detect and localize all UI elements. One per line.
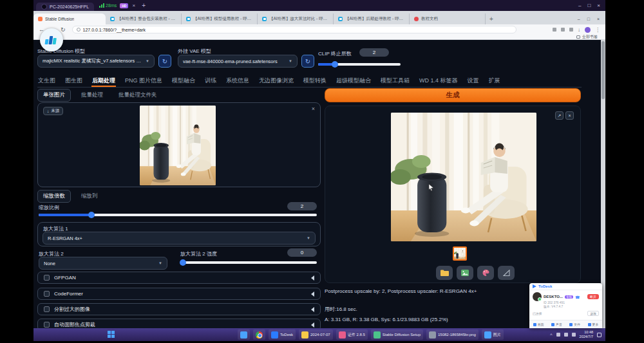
checkbox[interactable] <box>44 275 50 281</box>
chrome-maximize-icon[interactable]: □ <box>587 17 590 21</box>
source-chip[interactable]: ↓来源 <box>43 107 63 115</box>
todesk-tool-3[interactable]: 更多 <box>588 322 599 326</box>
upscaler2-dropdown[interactable]: None▼ <box>39 257 167 270</box>
notification-center-icon[interactable] <box>597 333 601 337</box>
tab-9[interactable]: 超级模型融合 <box>336 75 372 87</box>
vae-dropdown[interactable]: vae-ft-mse-840000-ema-pruned.safetensors… <box>178 55 298 68</box>
scale-tab-0[interactable]: 缩放倍数 <box>37 190 71 203</box>
clear-image-icon[interactable]: × <box>312 106 315 112</box>
tab-6[interactable]: 系统信息 <box>225 75 250 87</box>
chrome-minimize-icon[interactable]: – <box>578 17 580 21</box>
scrollbar-thumb[interactable] <box>601 41 605 99</box>
extension-icon[interactable] <box>553 28 556 32</box>
browser-tab-2[interactable]: 【AI绘画】模型使用教程 - 哔哩哔哩 <box>182 14 258 24</box>
clip-skip-slider[interactable] <box>318 63 401 66</box>
extension-icon[interactable] <box>569 28 573 32</box>
browser-tab-0[interactable]: Stable Diffusion <box>33 14 106 24</box>
tab-0[interactable]: 文生图 <box>37 75 56 87</box>
tab-13[interactable]: 扩展 <box>488 75 501 87</box>
tab-4[interactable]: 模型融合 <box>171 75 196 87</box>
tab-2[interactable]: 后期处理 <box>91 75 116 87</box>
tab-11[interactable]: WD 1.4 标签器 <box>419 75 459 87</box>
new-tab-icon[interactable]: + <box>489 15 493 23</box>
taskbar-clock[interactable]: 10:48 2024/7/7 <box>580 330 593 339</box>
close-session-icon[interactable]: × <box>132 3 135 8</box>
save-image-button[interactable] <box>457 266 473 280</box>
remote-session-tab[interactable]: PC-20240625HFPL <box>36 3 94 11</box>
site-info-icon[interactable] <box>77 28 80 32</box>
extension-icon[interactable] <box>561 28 565 32</box>
accordion-1[interactable]: CodeFormer <box>37 288 321 300</box>
taskbar-item-chrome[interactable] <box>253 329 265 340</box>
close-icon[interactable]: × <box>597 3 600 8</box>
tray-expand-icon[interactable]: ^ <box>550 333 552 337</box>
address-bar[interactable]: 127.0.0.1:7860/?__theme=dark <box>72 26 516 33</box>
chrome-close-icon[interactable]: × <box>597 17 600 21</box>
palette-button[interactable] <box>477 266 494 280</box>
tab-7[interactable]: 无边图像浏览 <box>258 75 294 87</box>
subtab-2[interactable]: 批量处理文件夹 <box>113 89 162 101</box>
upscaler2-strength-slider[interactable] <box>180 261 317 264</box>
subtab-1[interactable]: 批量处理 <box>76 89 108 101</box>
clip-skip-value[interactable]: 2 <box>359 48 389 57</box>
browser-tab-5[interactable]: 教程文档 <box>410 14 486 24</box>
sd-model-dropdown[interactable]: majicMIX realistic 麦橘写实_v7.safetensors [… <box>37 55 155 68</box>
tab-10[interactable]: 模型工具箱 <box>380 75 410 87</box>
open-folder-button[interactable] <box>436 266 453 280</box>
menu-kebab-icon[interactable]: ⋮ <box>595 27 600 33</box>
accordion-3[interactable]: 自动面部焦点剪裁 <box>37 319 321 328</box>
checkbox[interactable] <box>44 322 50 328</box>
new-session-icon[interactable]: + <box>142 2 146 9</box>
taskbar-item-图片[interactable]: 图片 <box>482 329 504 340</box>
source-image[interactable] <box>140 106 216 185</box>
browser-tab-1[interactable]: 【AI绘画】整合包安装教程 - 哔哩哔哩 <box>106 14 182 24</box>
generate-button[interactable]: 生成 <box>325 88 581 102</box>
result-image[interactable] <box>391 113 536 241</box>
taskbar-item-15082-1865845br.png[interactable]: 15082-1865845br.png <box>426 329 478 340</box>
source-image-panel[interactable]: ↓来源 × <box>37 102 321 187</box>
taskbar-item-2024-07-07[interactable]: 2024-07-07 <box>299 329 333 340</box>
browser-tab-4[interactable]: 【AI绘画】后期处理教程 - 哔哩哔哩 <box>334 14 410 24</box>
tab-5[interactable]: 训练 <box>204 75 217 87</box>
tab-1[interactable]: 图生图 <box>64 75 83 87</box>
checkbox[interactable] <box>44 306 50 312</box>
tab-3[interactable]: PNG 图片信息 <box>124 75 163 87</box>
start-button[interactable] <box>108 331 115 338</box>
checkbox[interactable] <box>44 291 50 297</box>
all-bookmarks-button[interactable]: 全部书签 <box>576 34 598 40</box>
tray-icon[interactable] <box>556 333 560 337</box>
tab-8[interactable]: 模型转换 <box>303 75 327 87</box>
maximize-icon[interactable]: □ <box>587 3 591 8</box>
tray-icon[interactable] <box>564 333 568 337</box>
expand-icon[interactable]: ↗ <box>555 111 564 120</box>
todesk-tool-0[interactable]: 画面 <box>533 322 544 326</box>
refresh-sd-model-button[interactable]: ↻ <box>158 55 171 68</box>
disconnect-button[interactable]: 断开 <box>587 294 599 299</box>
refresh-vae-button[interactable]: ↻ <box>301 55 314 68</box>
taskbar-item-证件 2.8.5[interactable]: 证件 2.8.5 <box>336 329 368 340</box>
scale-ratio-slider[interactable] <box>39 214 317 216</box>
minimize-icon[interactable]: – <box>578 3 581 8</box>
upscaler2-strength-value[interactable]: 0 <box>287 248 317 257</box>
subtab-0[interactable]: 单张图片 <box>37 89 71 102</box>
tray-icon[interactable] <box>572 333 576 337</box>
scale-tab-1[interactable]: 缩放到 <box>76 190 103 202</box>
launcher-logo[interactable] <box>40 28 63 51</box>
options-chip[interactable]: 选项 <box>587 311 599 316</box>
tab-12[interactable]: 设置 <box>467 75 480 87</box>
phone-icon[interactable]: ☎ <box>575 295 580 299</box>
upscaler1-dropdown[interactable]: R-ESRGAN 4x+▼ <box>43 232 316 245</box>
taskbar-item-apps[interactable] <box>238 329 250 340</box>
profile-avatar[interactable] <box>585 27 591 33</box>
taskbar-item-ToDesk[interactable]: ToDesk <box>269 329 296 340</box>
browser-tab-3[interactable]: 【AI绘画】放大算法对比 - 哔哩哔哩 <box>258 14 334 24</box>
taskbar-item-Stable Diffusion Setup[interactable]: Stable Diffusion Setup <box>371 329 423 340</box>
close-output-icon[interactable]: × <box>565 111 574 120</box>
todesk-tool-1[interactable]: 声音 <box>551 322 562 326</box>
downloads-icon[interactable]: ↓ <box>578 27 580 33</box>
reload-icon[interactable]: ↻ <box>61 26 66 33</box>
accordion-0[interactable]: GFPGAN <box>37 272 321 284</box>
hd-badge[interactable]: HD <box>120 3 128 8</box>
ruler-button[interactable] <box>498 266 515 280</box>
result-thumbnail[interactable] <box>453 246 467 261</box>
